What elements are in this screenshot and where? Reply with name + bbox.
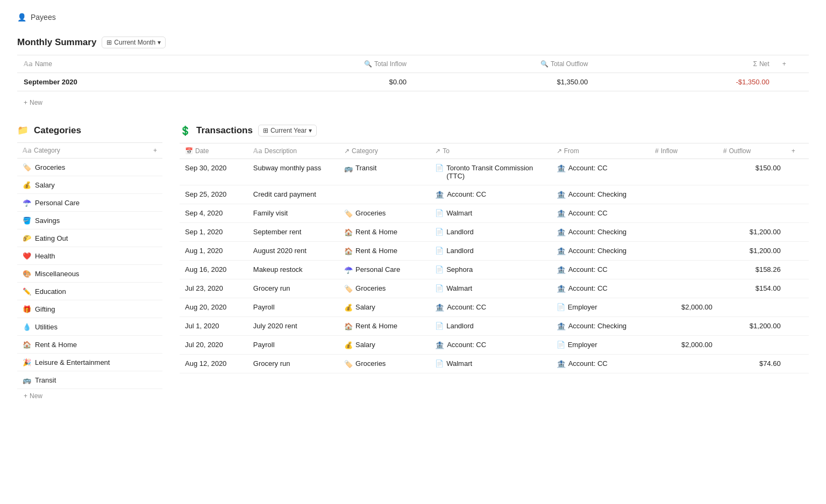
category-name: Rent & Home — [35, 341, 77, 349]
text-icon: 𝔸𝕒 — [24, 60, 33, 68]
txn-to: 📄 Sephora — [430, 261, 551, 279]
category-row[interactable]: ✏️ Education — [17, 283, 162, 300]
transactions-period-button[interactable]: ⊞ Current Year ▾ — [258, 125, 317, 136]
txn-description: Payroll — [248, 336, 339, 355]
category-row[interactable]: 🪣 Savings — [17, 212, 162, 229]
summary-new-row[interactable]: + New — [17, 96, 809, 110]
transaction-row[interactable]: Sep 30, 2020 Subway monthly pass 🚌Transi… — [180, 159, 809, 185]
categories-new-row[interactable]: + New — [17, 389, 162, 403]
category-row[interactable]: 💧 Utilities — [17, 318, 162, 336]
txn-from: 🏦 Account: Checking — [551, 223, 650, 242]
txn-cat-icon: 🏠 — [344, 322, 353, 330]
th-net: Σ Net — [594, 55, 775, 73]
category-icon: 🏠 — [23, 341, 31, 349]
txn-cat-icon: 🏷️ — [344, 285, 353, 293]
categories-table: 𝔸𝕒 Category + 🏷️ Groceries 💰 Salary — [17, 142, 162, 389]
category-row[interactable]: ☂️ Personal Care — [17, 194, 162, 212]
txn-from: 🏦 Account: CC — [551, 159, 650, 185]
th-from: ↗ From — [551, 143, 650, 159]
txn-date: Jul 1, 2020 — [180, 317, 248, 336]
transaction-row[interactable]: Jul 23, 2020 Grocery run 🏷️Groceries 📄 W… — [180, 279, 809, 298]
transactions-icon: 💲 — [180, 125, 191, 136]
category-row[interactable]: ❤️ Health — [17, 247, 162, 265]
summary-row[interactable]: September 2020 $0.00 $1,350.00 -$1,350.0… — [17, 73, 809, 91]
arrow-icon-to: ↗ — [435, 147, 440, 155]
txn-description: Credit card payment — [248, 185, 339, 204]
txn-date: Jul 23, 2020 — [180, 279, 248, 298]
txn-inflow — [650, 242, 718, 261]
txn-category: Groceries — [355, 209, 386, 217]
txn-date: Aug 16, 2020 — [180, 261, 248, 279]
category-row[interactable]: 💰 Salary — [17, 176, 162, 194]
category-row[interactable]: 🏷️ Groceries — [17, 159, 162, 176]
th-name: 𝔸𝕒 Name — [17, 55, 232, 73]
txn-category-cell: 🏠Rent & Home — [339, 242, 430, 261]
transaction-row[interactable]: Sep 4, 2020 Family visit 🏷️Groceries 📄 W… — [180, 204, 809, 223]
categories-icon: 📁 — [17, 125, 29, 136]
txn-inflow: $2,000.00 — [650, 298, 718, 317]
category-row[interactable]: 🎁 Gifting — [17, 300, 162, 318]
calendar-icon: 📅 — [185, 147, 193, 155]
category-icon: 🪣 — [23, 217, 31, 225]
category-row[interactable]: 🎨 Miscellaneous — [17, 265, 162, 283]
category-label: 💧 Utilities — [17, 318, 162, 336]
th-plus[interactable]: + — [776, 55, 809, 73]
category-label: 🪣 Savings — [17, 212, 162, 229]
txn-date: Aug 1, 2020 — [180, 242, 248, 261]
category-row[interactable]: 🌮 Eating Out — [17, 229, 162, 247]
transaction-row[interactable]: Aug 16, 2020 Makeup restock ☂️Personal C… — [180, 261, 809, 279]
txn-inflow — [650, 355, 718, 373]
th-txn-plus[interactable]: + — [786, 143, 809, 159]
category-label: 🎁 Gifting — [17, 300, 162, 318]
th-cat-plus[interactable]: + — [146, 143, 162, 159]
categories-panel: 📁 Categories 𝔸𝕒 Category + 🏷️ Groceries — [17, 125, 162, 403]
txn-category: Rent & Home — [355, 322, 397, 330]
txn-inflow — [650, 204, 718, 223]
table-icon-2: ⊞ — [263, 127, 268, 134]
payees-label: Payees — [31, 13, 56, 21]
category-row[interactable]: 🏠 Rent & Home — [17, 336, 162, 354]
txn-to: 🏦 Account: CC — [430, 185, 551, 204]
main-content: 📁 Categories 𝔸𝕒 Category + 🏷️ Groceries — [17, 125, 809, 403]
transaction-row[interactable]: Jul 20, 2020 Payroll 💰Salary 🏦 Account: … — [180, 336, 809, 355]
category-icon: 💧 — [23, 323, 31, 331]
txn-category-cell: 💰Salary — [339, 336, 430, 355]
transaction-row[interactable]: Sep 1, 2020 September rent 🏠Rent & Home … — [180, 223, 809, 242]
txn-outflow — [718, 336, 786, 355]
category-label: 🏠 Rent & Home — [17, 336, 162, 354]
txn-from: 🏦 Account: CC — [551, 204, 650, 223]
txn-category: Groceries — [355, 359, 386, 368]
txn-from: 🏦 Account: Checking — [551, 242, 650, 261]
txn-inflow — [650, 159, 718, 185]
transaction-row[interactable]: Jul 1, 2020 July 2020 rent 🏠Rent & Home … — [180, 317, 809, 336]
category-name: Health — [35, 252, 55, 260]
transaction-row[interactable]: Sep 25, 2020 Credit card payment 🏦 Accou… — [180, 185, 809, 204]
monthly-period-button[interactable]: ⊞ Current Month ▾ — [102, 37, 166, 48]
summary-outflow: $1,350.00 — [413, 73, 594, 91]
txn-category: Salary — [355, 303, 375, 311]
txn-inflow — [650, 261, 718, 279]
txn-cat-icon: 🏠 — [344, 228, 353, 236]
txn-to: 📄 Toronto Transit Commission (TTC) — [430, 159, 551, 185]
transaction-row[interactable]: Aug 12, 2020 Grocery run 🏷️Groceries 📄 W… — [180, 355, 809, 373]
monthly-summary-section: Monthly Summary ⊞ Current Month ▾ 𝔸𝕒 Nam… — [17, 37, 809, 110]
payees-header: 👤 Payees — [17, 13, 809, 21]
txn-outflow: $154.00 — [718, 279, 786, 298]
txn-category-cell: 🏷️Groceries — [339, 355, 430, 373]
category-name: Miscellaneous — [35, 270, 79, 278]
txn-date: Sep 4, 2020 — [180, 204, 248, 223]
transaction-row[interactable]: Aug 20, 2020 Payroll 💰Salary 🏦 Account: … — [180, 298, 809, 317]
transactions-table: 📅 Date 𝔸𝕒 Description ↗ Category ↗ To — [180, 143, 809, 373]
transaction-row[interactable]: Aug 1, 2020 August 2020 rent 🏠Rent & Hom… — [180, 242, 809, 261]
th-to: ↗ To — [430, 143, 551, 159]
category-icon: ✏️ — [23, 287, 31, 296]
category-row[interactable]: 🚌 Transit — [17, 371, 162, 389]
txn-to: 📄 Walmart — [430, 204, 551, 223]
txn-to: 📄 Walmart — [430, 355, 551, 373]
th-date: 📅 Date — [180, 143, 248, 159]
txn-cat-icon: ☂️ — [344, 266, 353, 274]
hash-icon-outflow: # — [723, 147, 727, 155]
category-name: Groceries — [35, 163, 65, 171]
category-row[interactable]: 🎉 Leisure & Entertainment — [17, 354, 162, 371]
txn-category-cell — [339, 185, 430, 204]
